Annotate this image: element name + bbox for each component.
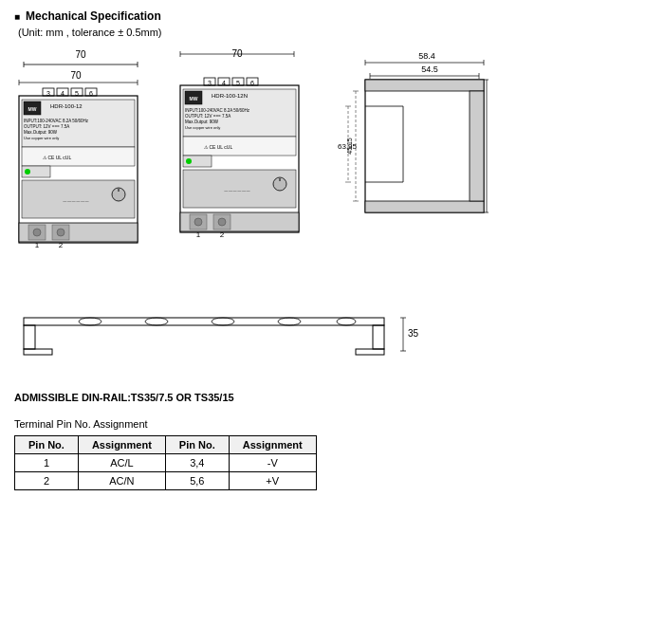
svg-point-72 xyxy=(218,218,226,226)
svg-text:⚠ CE UL cUL: ⚠ CE UL cUL xyxy=(204,144,232,150)
din-rail-drawing: 35 xyxy=(14,299,650,384)
svg-point-71 xyxy=(194,218,202,226)
svg-rect-103 xyxy=(24,318,384,325)
table-cell: -V xyxy=(229,454,316,472)
svg-point-110 xyxy=(212,318,234,325)
table-cell: 3,4 xyxy=(165,454,229,472)
svg-rect-86 xyxy=(365,201,484,212)
svg-text:1: 1 xyxy=(35,241,40,249)
section-title: Mechanical Specification xyxy=(14,9,650,23)
din-rail-section: 35 ADMISSIBLE DIN-RAIL:TS35/7.5 OR TS35/… xyxy=(14,299,650,490)
svg-text:2: 2 xyxy=(59,241,64,249)
svg-text:INPUT:100-240VAC  8.2A  50/60H: INPUT:100-240VAC 8.2A 50/60Hz xyxy=(185,108,250,113)
svg-text:HDR-100-12: HDR-100-12 xyxy=(50,103,83,109)
svg-rect-85 xyxy=(365,80,484,91)
svg-text:MW: MW xyxy=(190,96,198,101)
svg-text:⚠ CE UL cUL: ⚠ CE UL cUL xyxy=(43,155,71,160)
svg-text:OUTPUT: 12V  === 7.5A: OUTPUT: 12V === 7.5A xyxy=(185,114,231,119)
svg-text:MW: MW xyxy=(28,106,37,112)
svg-text:58.4: 58.4 xyxy=(418,51,435,61)
svg-point-35 xyxy=(33,229,41,236)
svg-point-108 xyxy=(79,318,101,325)
front-view-2: 70 3 4 5 6 MW HDR-100-12N INPUT:100-240V… xyxy=(175,49,308,269)
svg-text:54.5: 54.5 xyxy=(421,64,438,74)
svg-point-109 xyxy=(145,318,168,325)
unit-note: (Unit: mm , tolerance ± 0.5mm) xyxy=(18,27,650,38)
svg-point-63 xyxy=(186,158,192,164)
terminal-title: Terminal Pin No. Assignment xyxy=(14,418,650,430)
table-cell: 1 xyxy=(15,454,79,472)
svg-text:Max.Output: 90W: Max.Output: 90W xyxy=(185,120,219,124)
svg-point-112 xyxy=(337,318,356,325)
svg-point-36 xyxy=(57,229,65,236)
col-header-assignment-2: Assignment xyxy=(229,436,316,454)
svg-point-27 xyxy=(25,169,30,175)
svg-text:~~~~~~: ~~~~~~ xyxy=(224,187,250,195)
svg-text:Max.Output: 90W: Max.Output: 90W xyxy=(24,130,58,135)
terminal-section: Terminal Pin No. Assignment Pin No. Assi… xyxy=(14,418,650,490)
side-view: 58.4 54.5 xyxy=(337,49,489,258)
svg-rect-87 xyxy=(470,91,484,201)
col-header-pinno-1: Pin No. xyxy=(15,436,79,454)
table-cell: AC/L xyxy=(78,454,165,472)
svg-rect-105 xyxy=(373,325,384,349)
front-view-1: 70 70 3 4 5 6 xyxy=(14,49,147,280)
svg-text:Use copper wire only: Use copper wire only xyxy=(24,136,59,140)
table-cell: AC/N xyxy=(78,472,165,490)
svg-text:2: 2 xyxy=(220,230,225,239)
col-header-pinno-2: Pin No. xyxy=(165,436,229,454)
svg-rect-24 xyxy=(22,147,135,166)
svg-rect-84 xyxy=(375,144,403,201)
width-label-1: 70 xyxy=(75,49,85,60)
admissible-text: ADMISSIBLE DIN-RAIL:TS35/7.5 OR TS35/15 xyxy=(14,392,650,403)
svg-rect-104 xyxy=(24,325,35,349)
terminal-table: Pin No. Assignment Pin No. Assignment 1A… xyxy=(14,435,317,490)
table-row: 2AC/N5,6+V xyxy=(15,472,317,490)
title-text: Mechanical Specification xyxy=(26,9,161,23)
svg-text:Use copper wire only: Use copper wire only xyxy=(185,125,220,130)
svg-rect-106 xyxy=(24,349,52,355)
svg-text:INPUT:100-240VAC  8.2A  50/60H: INPUT:100-240VAC 8.2A 50/60Hz xyxy=(24,119,89,123)
svg-text:~~~~~~: ~~~~~~ xyxy=(63,197,89,206)
svg-rect-60 xyxy=(183,137,296,156)
col-header-assignment-1: Assignment xyxy=(78,436,165,454)
svg-text:1: 1 xyxy=(196,230,201,239)
svg-text:OUTPUT: 12V  === 7.5A: OUTPUT: 12V === 7.5A xyxy=(24,124,69,129)
svg-point-111 xyxy=(278,318,301,325)
svg-text:35: 35 xyxy=(408,328,419,339)
table-cell: 5,6 xyxy=(165,472,229,490)
table-cell: +V xyxy=(229,472,316,490)
table-cell: 2 xyxy=(15,472,79,490)
svg-text:70: 70 xyxy=(70,71,82,81)
svg-text:HDR-100-12N: HDR-100-12N xyxy=(212,93,248,99)
svg-rect-107 xyxy=(356,349,384,355)
svg-text:45.15: 45.15 xyxy=(346,138,353,155)
drawings-row: 70 70 3 4 5 6 xyxy=(14,49,650,280)
table-row: 1AC/L3,4-V xyxy=(15,454,317,472)
